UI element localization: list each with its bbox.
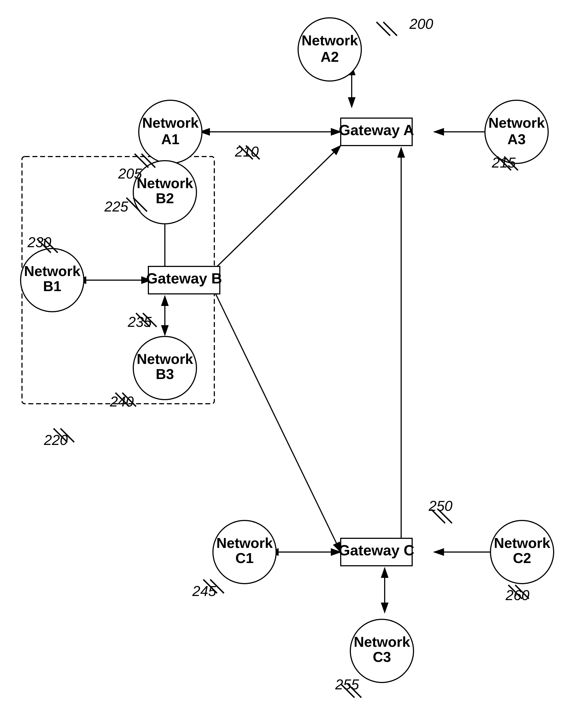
network-a2-label2: A2 <box>321 49 339 65</box>
network-b2-label2: B2 <box>156 190 174 206</box>
gateway-c-label: Gateway C <box>338 542 414 558</box>
label-240: 240 <box>110 394 134 410</box>
label-215: 215 <box>491 155 516 171</box>
network-a2-label: Network <box>301 32 358 48</box>
gateway-b-label: Gateway B <box>146 270 222 286</box>
label-235: 235 <box>127 314 152 330</box>
network-a3-label2: A3 <box>507 131 526 147</box>
label-260: 260 <box>505 587 529 603</box>
label-245: 245 <box>192 583 216 599</box>
network-c1-label2: C1 <box>235 550 254 566</box>
network-b3-label2: B3 <box>156 366 174 382</box>
network-c3-label: Network <box>354 634 410 650</box>
label-255: 255 <box>335 676 359 692</box>
network-c2-label: Network <box>494 535 550 551</box>
network-c1-label: Network <box>216 535 273 551</box>
label-220: 220 <box>44 432 68 448</box>
network-c2-label2: C2 <box>513 550 531 566</box>
diagram-svg: Network A2 Network A1 Network A3 Network… <box>0 0 588 716</box>
network-a3-label: Network <box>488 115 545 131</box>
gateway-a-label: Gateway A <box>339 122 414 138</box>
label-200: 200 <box>409 16 433 32</box>
network-c3-label2: C3 <box>373 649 391 665</box>
network-b1-label: Network <box>24 263 80 279</box>
network-a1-label2: A1 <box>161 131 180 147</box>
label-225: 225 <box>104 199 129 215</box>
label-230: 230 <box>27 234 51 250</box>
network-b1-label2: B1 <box>43 278 61 294</box>
label-205: 205 <box>118 166 142 181</box>
label-250: 250 <box>428 498 453 514</box>
label-210: 210 <box>235 144 259 159</box>
network-b2-label: Network <box>136 175 193 191</box>
network-a1-label: Network <box>142 115 198 131</box>
network-b3-label: Network <box>136 351 193 367</box>
